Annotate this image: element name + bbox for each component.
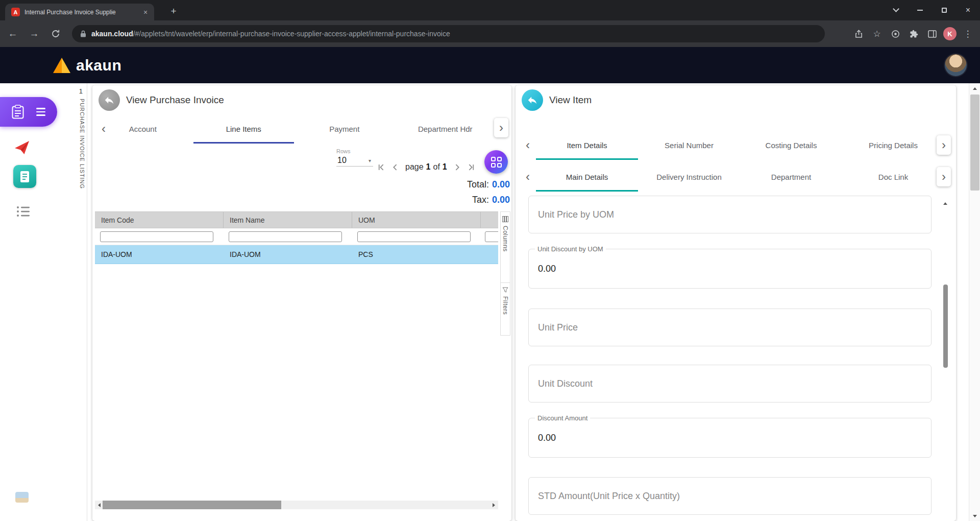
screen: A Internal Purchase Invoice Supplie × + …: [0, 0, 980, 521]
address-bar[interactable]: akaun.cloud/#/applets/tnt/wavelet/erp/in…: [72, 25, 825, 42]
column-header-item-code: Item Code: [95, 212, 224, 228]
field-unit-price[interactable]: Unit Price: [528, 309, 932, 346]
forward-button[interactable]: →: [26, 25, 43, 42]
rail-item-document-applet[interactable]: [13, 165, 36, 188]
rows-value: 10: [337, 156, 347, 165]
horizontal-scroll-thumb[interactable]: [103, 501, 281, 509]
tab-line-items[interactable]: Line Items: [193, 114, 295, 144]
bookmark-button[interactable]: ☆: [870, 27, 884, 41]
maximize-button[interactable]: [932, 0, 956, 20]
share-button[interactable]: [851, 27, 866, 41]
lock-icon[interactable]: [80, 30, 86, 38]
next-page-button[interactable]: [452, 162, 462, 172]
page-scroll-up-button[interactable]: [969, 83, 980, 93]
side-panel-button[interactable]: [925, 27, 939, 41]
of-word: of: [433, 162, 440, 172]
rail-item-list[interactable]: [16, 206, 31, 217]
page-indicator: page 1 of 1: [405, 162, 447, 172]
field-label: Unit Discount by UOM: [535, 245, 606, 253]
filters-label: Filters: [502, 296, 509, 315]
lens-button[interactable]: [888, 27, 902, 41]
tab-pricing-details[interactable]: Pricing Details: [842, 130, 944, 160]
panel-scroll-thumb[interactable]: [943, 285, 948, 368]
rows-select[interactable]: 10 ▾: [336, 155, 373, 167]
app-header: akaun: [0, 47, 980, 83]
tab-department[interactable]: Department: [740, 162, 842, 192]
window-close-button[interactable]: ×: [956, 0, 980, 20]
view-item-panel: View Item Item Details Serial Number Cos…: [516, 85, 956, 521]
tab-costing-details[interactable]: Costing Details: [740, 130, 842, 160]
back-button[interactable]: ←: [4, 25, 21, 42]
first-page-button[interactable]: [376, 162, 386, 172]
field-std-amount[interactable]: STD Amount(Unit Price x Quantity): [528, 477, 932, 515]
item-back-button[interactable]: [522, 89, 543, 111]
grid-view-button[interactable]: [484, 150, 508, 174]
filter-row: [95, 228, 498, 245]
tab-serial-number[interactable]: Serial Number: [638, 130, 740, 160]
back-arrow-icon: [527, 94, 538, 106]
primary-tabs-scroll-left[interactable]: ‹: [522, 137, 534, 153]
page-scroll-thumb[interactable]: [970, 94, 979, 191]
tax-label: Tax:: [472, 195, 489, 205]
field-unit-discount[interactable]: Unit Discount: [528, 365, 932, 402]
extensions-button[interactable]: [906, 27, 921, 41]
browser-profile-avatar[interactable]: K: [943, 27, 957, 40]
filter-input-item-code[interactable]: [100, 231, 213, 242]
tab-item-details[interactable]: Item Details: [536, 130, 638, 160]
browser-tab[interactable]: A Internal Purchase Invoice Supplie ×: [5, 4, 154, 20]
field-unit-discount-by-uom[interactable]: Unit Discount by UOM 0.00: [528, 249, 932, 289]
filter-input-item-name[interactable]: [229, 231, 342, 242]
invoice-tabs: Account Line Items Payment Department Hd…: [92, 114, 496, 144]
menu-icon: [36, 108, 45, 116]
filter-input-stub[interactable]: [485, 231, 498, 242]
rows-per-page: Rows 10 ▾: [336, 148, 376, 167]
filters-tool[interactable]: Filters: [500, 282, 510, 336]
url-path: /#/applets/tnt/wavelet/erp/internal-purc…: [133, 30, 450, 38]
tab-delivery-instruction[interactable]: Delivery Instruction: [638, 162, 740, 192]
new-tab-button[interactable]: +: [167, 5, 180, 18]
secondary-tabs-scroll-right[interactable]: ›: [937, 167, 951, 186]
refresh-icon: [51, 29, 60, 38]
tab-department-hdr[interactable]: Department Hdr: [395, 114, 496, 144]
document-icon: [20, 171, 30, 183]
field-discount-amount[interactable]: Discount Amount 0.00: [528, 418, 932, 458]
applet-switcher-pill[interactable]: [0, 97, 57, 127]
tab-scroll-right-button[interactable]: ›: [494, 118, 508, 137]
tab-close-icon[interactable]: ×: [141, 8, 150, 17]
rail-item-red-applet[interactable]: [14, 139, 30, 156]
url-domain: akaun.cloud: [91, 30, 133, 38]
field-unit-price-by-uom[interactable]: Unit Price by UOM: [528, 196, 932, 233]
scroll-right-button[interactable]: [489, 501, 498, 509]
app-rail: [0, 83, 59, 521]
filter-input-uom[interactable]: [357, 231, 471, 242]
pagination: page 1 of 1: [376, 160, 476, 174]
item-tabs-primary: Item Details Serial Number Costing Detai…: [536, 130, 944, 160]
primary-tabs-scroll-right[interactable]: ›: [937, 135, 951, 155]
cell-item-code: IDA-UOM: [95, 245, 224, 264]
panel-label-strip: 1 PURCHASE INVOICE LISTING: [59, 83, 87, 521]
tab-scroll-left-button[interactable]: ‹: [97, 121, 110, 136]
last-page-button[interactable]: [466, 162, 476, 172]
tab-doc-link[interactable]: Doc Link: [842, 162, 944, 192]
horizontal-scrollbar[interactable]: [95, 501, 498, 509]
page-scrollbar[interactable]: [969, 83, 980, 521]
tab-main-details[interactable]: Main Details: [536, 162, 638, 192]
field-label: STD Amount(Unit Price x Quantity): [538, 491, 680, 502]
invoice-back-button[interactable]: [99, 89, 120, 111]
prev-page-button[interactable]: [390, 162, 400, 172]
profile-avatar[interactable]: [945, 54, 967, 76]
table-row[interactable]: IDA-UOM IDA-UOM PCS: [95, 245, 498, 264]
grid-icon: [491, 157, 502, 168]
secondary-tabs-scroll-left[interactable]: ‹: [522, 169, 534, 184]
panel-index: 1: [79, 87, 83, 95]
tab-search-button[interactable]: [884, 0, 908, 20]
clipboard-icon: [12, 105, 24, 119]
refresh-button[interactable]: [47, 25, 64, 42]
list-icon: [16, 206, 31, 217]
panel-scroll-up-button[interactable]: [943, 194, 947, 203]
page-scroll-down-button[interactable]: [969, 511, 980, 521]
browser-menu-button[interactable]: ⋮: [961, 27, 975, 41]
columns-tool[interactable]: Columns: [500, 211, 510, 283]
minimize-button[interactable]: [908, 0, 932, 20]
tab-payment[interactable]: Payment: [294, 114, 395, 144]
